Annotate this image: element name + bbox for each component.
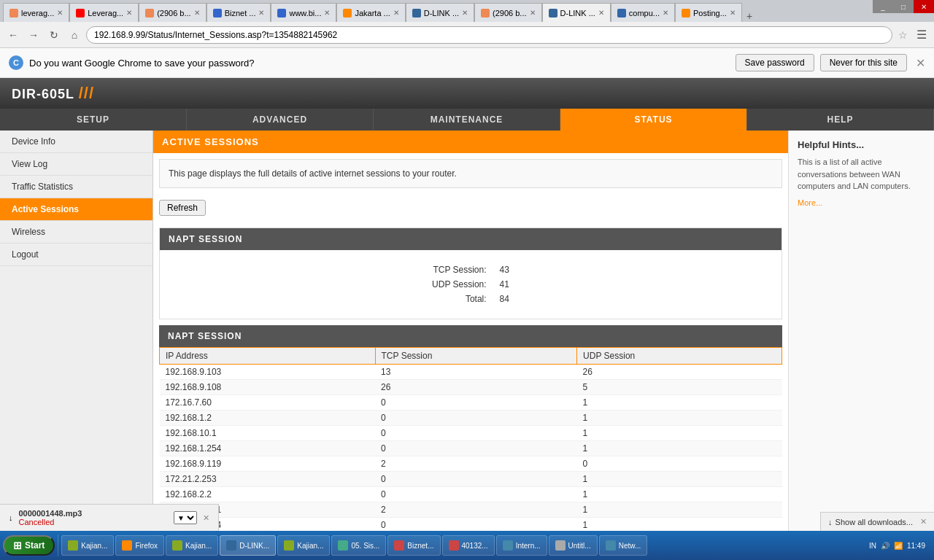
close-password-bar-icon[interactable]: ✕ bbox=[916, 56, 925, 70]
taskbar-app-button[interactable]: Biznet... bbox=[387, 535, 440, 556]
tab-close-icon[interactable]: ✕ bbox=[530, 9, 536, 17]
tab-close-icon[interactable]: ✕ bbox=[598, 9, 604, 17]
browser-tab[interactable]: Biznet ...✕ bbox=[207, 3, 271, 22]
app-icon bbox=[68, 540, 78, 551]
napt-table-header: NAPT SESSION bbox=[159, 325, 782, 347]
save-password-button[interactable]: Save password bbox=[736, 54, 814, 71]
address-input[interactable] bbox=[86, 26, 892, 44]
start-button[interactable]: ⊞ Start bbox=[3, 535, 55, 556]
tab-title: compu... bbox=[629, 9, 660, 18]
browser-tab[interactable]: D-LINK ...✕ bbox=[542, 3, 611, 22]
tab-close-icon[interactable]: ✕ bbox=[258, 9, 264, 17]
downloads-icon: ↓ bbox=[828, 518, 833, 526]
browser-content: DIR-605L /// SETUPADVANCEDMAINTENANCESTA… bbox=[0, 78, 934, 560]
taskbar-app-button[interactable]: 05. Sis... bbox=[331, 535, 386, 556]
tab-close-icon[interactable]: ✕ bbox=[57, 9, 63, 17]
reload-button[interactable]: ↻ bbox=[45, 26, 63, 44]
tab-close-icon[interactable]: ✕ bbox=[324, 9, 330, 17]
info-box: This page displays the full details of a… bbox=[159, 159, 782, 188]
app-label: Kajian... bbox=[297, 542, 323, 550]
help-title: Helpful Hints... bbox=[798, 139, 925, 150]
sidebar-item-traffic-statistics[interactable]: Traffic Statistics bbox=[0, 176, 153, 198]
router-nav-item-maintenance[interactable]: MAINTENANCE bbox=[374, 109, 560, 131]
taskbar-app-button[interactable]: Kajian... bbox=[166, 535, 218, 556]
router-logo: DIR-605L /// bbox=[12, 84, 94, 103]
chrome-menu-icon[interactable]: ☰ bbox=[914, 28, 930, 42]
router-body: Device InfoView LogTraffic StatisticsAct… bbox=[0, 131, 934, 560]
taskbar-apps: Kajian...FirefoxKajian...D-LINK...Kajian… bbox=[61, 535, 647, 556]
show-all-downloads-button[interactable]: ↓ Show all downloads... ✕ bbox=[820, 512, 934, 531]
bookmark-star-icon[interactable]: ☆ bbox=[895, 29, 911, 41]
close-button[interactable]: ✕ bbox=[914, 0, 934, 13]
home-button[interactable]: ⌂ bbox=[66, 26, 83, 44]
download-options-select[interactable]: ▼ bbox=[174, 511, 197, 524]
taskbar-app-button[interactable]: D-LINK... bbox=[220, 535, 276, 556]
back-button[interactable]: ← bbox=[4, 26, 22, 44]
router-nav-item-status[interactable]: STATUS bbox=[560, 109, 747, 131]
sidebar-item-device-info[interactable]: Device Info bbox=[0, 131, 153, 153]
app-icon bbox=[338, 540, 348, 551]
table-cell-ip: 192.168.9.103 bbox=[160, 365, 376, 380]
browser-tab[interactable]: D-LINK ...✕ bbox=[406, 3, 474, 22]
taskbar-app-button[interactable]: Firefox bbox=[115, 535, 164, 556]
browser-tab[interactable]: (2906 b...✕ bbox=[474, 3, 541, 22]
browser-tab[interactable]: Leverag...✕ bbox=[69, 3, 139, 22]
sidebar-item-logout[interactable]: Logout bbox=[0, 244, 153, 266]
napt-table-section: NAPT SESSION IP AddressTCP SessionUDP Se… bbox=[159, 325, 782, 560]
tab-title: Biznet ... bbox=[225, 9, 256, 18]
tab-close-icon[interactable]: ✕ bbox=[663, 9, 668, 17]
table-cell-udp: 1 bbox=[577, 502, 782, 518]
page-description: This page displays the full details of a… bbox=[169, 168, 773, 179]
volume-icon: 🔊 bbox=[881, 542, 889, 550]
close-downloads-icon[interactable]: ✕ bbox=[920, 517, 927, 526]
forward-button[interactable]: → bbox=[25, 26, 42, 44]
help-more-link[interactable]: More... bbox=[798, 198, 925, 207]
router-nav-item-advanced[interactable]: ADVANCED bbox=[187, 109, 374, 131]
navigation-bar: ← → ↻ ⌂ ☆ ☰ bbox=[0, 22, 934, 48]
browser-tab[interactable]: Posting...✕ bbox=[675, 3, 742, 22]
tab-favicon-icon bbox=[277, 9, 286, 18]
table-cell-tcp: 0 bbox=[375, 395, 577, 411]
app-icon bbox=[449, 540, 459, 551]
tab-close-icon[interactable]: ✕ bbox=[393, 9, 399, 17]
browser-tab[interactable]: leverag...✕ bbox=[3, 3, 69, 22]
tab-close-icon[interactable]: ✕ bbox=[194, 9, 200, 17]
table-cell-ip: 172.16.7.60 bbox=[160, 395, 376, 411]
app-icon bbox=[606, 540, 616, 551]
app-icon bbox=[284, 540, 294, 551]
sidebar-item-active-sessions[interactable]: Active Sessions bbox=[0, 198, 153, 221]
taskbar-app-button[interactable]: Kajian... bbox=[61, 535, 114, 556]
taskbar-app-button[interactable]: Netw... bbox=[599, 535, 648, 556]
download-filename: 0000001448.mp3 bbox=[19, 509, 82, 518]
new-tab-button[interactable]: + bbox=[742, 10, 757, 22]
sidebar-item-view-log[interactable]: View Log bbox=[0, 153, 153, 176]
tcp-session-value: 43 bbox=[494, 263, 515, 276]
taskbar-app-button[interactable]: Kajian... bbox=[277, 535, 330, 556]
browser-tab[interactable]: Jakarta ...✕ bbox=[336, 3, 405, 22]
table-row: 192.168.9.108265 bbox=[160, 380, 782, 395]
router-nav-item-setup[interactable]: SETUP bbox=[0, 109, 187, 131]
browser-tab[interactable]: www.bi...✕ bbox=[271, 3, 336, 22]
tab-favicon-icon bbox=[213, 9, 222, 18]
refresh-button[interactable]: Refresh bbox=[159, 200, 206, 216]
table-cell-tcp: 0 bbox=[375, 411, 577, 426]
taskbar-app-button[interactable]: 40132... bbox=[442, 535, 495, 556]
maximize-button[interactable]: □ bbox=[893, 0, 914, 13]
table-cell-ip: 192.168.1.254 bbox=[160, 441, 376, 456]
taskbar-app-button[interactable]: Untitl... bbox=[549, 535, 598, 556]
minimize-button[interactable]: _ bbox=[873, 0, 893, 13]
taskbar-app-button[interactable]: Intern... bbox=[496, 535, 547, 556]
tab-close-icon[interactable]: ✕ bbox=[126, 9, 132, 17]
download-close-icon[interactable]: ✕ bbox=[203, 513, 209, 523]
app-icon bbox=[503, 540, 513, 551]
napt-summary-header: NAPT SESSION bbox=[160, 228, 781, 250]
browser-tab[interactable]: (2906 b...✕ bbox=[139, 3, 206, 22]
tab-close-icon[interactable]: ✕ bbox=[462, 9, 468, 17]
never-save-button[interactable]: Never for this site bbox=[820, 54, 907, 71]
napt-summary-section: NAPT SESSION TCP Session: 43 UDP Session… bbox=[159, 228, 782, 319]
browser-tab[interactable]: compu...✕ bbox=[611, 3, 675, 22]
table-cell-tcp: 0 bbox=[375, 426, 577, 441]
tab-close-icon[interactable]: ✕ bbox=[730, 9, 736, 17]
router-nav-item-help[interactable]: HELP bbox=[747, 109, 934, 131]
sidebar-item-wireless[interactable]: Wireless bbox=[0, 221, 153, 244]
